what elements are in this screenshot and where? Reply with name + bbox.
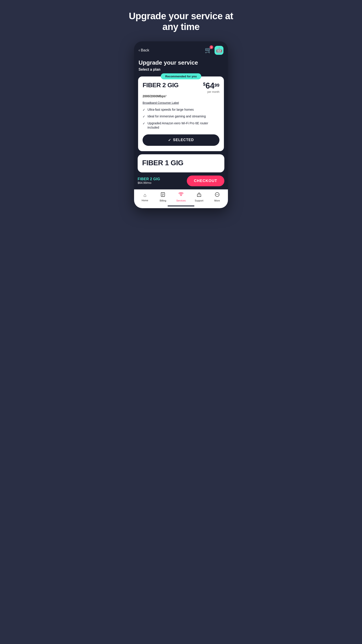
nav-label-billing: Billing bbox=[160, 199, 166, 202]
more-icon bbox=[215, 192, 220, 198]
nav-item-billing[interactable]: Billing bbox=[154, 192, 172, 202]
svg-point-8 bbox=[216, 194, 216, 195]
price-cents: 99 bbox=[215, 84, 219, 90]
phone-inner: ‹ Back 🛒 1 🤖 Upgrade your service Select… bbox=[134, 41, 228, 208]
checkout-button[interactable]: CHECKOUT bbox=[187, 176, 224, 186]
nav-label-more: More bbox=[214, 199, 220, 202]
home-icon: ⌂ bbox=[143, 192, 146, 198]
feature-text-1: Ideal for immersive gaming and streaming bbox=[147, 114, 206, 119]
check-icon-0: ✓ bbox=[143, 108, 145, 112]
home-indicator bbox=[134, 204, 228, 208]
recommended-badge: Recommended for you bbox=[161, 73, 201, 80]
svg-point-4 bbox=[180, 194, 182, 196]
plan-price-amount: $6499 bbox=[203, 82, 219, 90]
plan-speed: 2000/2000Mbps¹ bbox=[143, 94, 219, 98]
services-icon bbox=[179, 192, 183, 198]
feature-text-2: Upgraded Amazon eero Wi-Fi Pro 6E router… bbox=[147, 121, 219, 130]
checkout-plan-price: $64.99/mo bbox=[138, 181, 160, 184]
plan-name-fiber1gig: FIBER 1 GIG bbox=[142, 159, 220, 167]
selected-check-icon: ✓ bbox=[168, 138, 171, 142]
feature-text-0: Ultra-fast speeds for large homes bbox=[147, 108, 194, 112]
plan-name-fiber2gig: FIBER 2 GIG bbox=[143, 82, 179, 89]
home-bar bbox=[168, 206, 194, 206]
broadband-label-link[interactable]: Broadband Consumer Label bbox=[143, 101, 219, 104]
svg-rect-0 bbox=[161, 192, 165, 196]
nav-item-more[interactable]: More bbox=[208, 192, 226, 202]
select-plan-button[interactable]: ✓ SELECTED bbox=[143, 134, 219, 146]
bottom-nav: ⌂ Home Billing bbox=[134, 190, 228, 204]
plan-price: $6499 per month bbox=[203, 82, 219, 94]
plan-card-fiber1gig: FIBER 1 GIG bbox=[138, 154, 224, 172]
svg-point-9 bbox=[217, 194, 217, 195]
plans-container: Recommended for you FIBER 2 GIG $6499 pe… bbox=[134, 76, 228, 172]
page-wrapper: Upgrade your service at any time ‹ Back … bbox=[123, 0, 239, 217]
robot-icon: 🤖 bbox=[216, 48, 222, 53]
page-subtitle: Select a plan bbox=[139, 68, 223, 72]
svg-point-10 bbox=[218, 194, 218, 195]
plan-features: ✓ Ultra-fast speeds for large homes ✓ Id… bbox=[143, 108, 219, 130]
top-nav: ‹ Back 🛒 1 🤖 bbox=[134, 41, 228, 58]
nav-item-home[interactable]: ⌂ Home bbox=[136, 192, 154, 202]
nav-item-services[interactable]: Services bbox=[172, 192, 190, 202]
checkout-plan-info: FIBER 2 GIG $64.99/mo bbox=[138, 177, 160, 184]
nav-label-services: Services bbox=[176, 199, 186, 202]
dollar-sign: $ bbox=[203, 82, 206, 86]
cart-badge: 1 bbox=[210, 46, 213, 49]
cart-button[interactable]: 🛒 1 bbox=[205, 47, 212, 54]
plan-feature-1: ✓ Ideal for immersive gaming and streami… bbox=[143, 114, 219, 119]
page-title: Upgrade your service bbox=[139, 59, 223, 66]
plan-header: FIBER 2 GIG $6499 per month bbox=[143, 82, 219, 94]
back-button[interactable]: ‹ Back bbox=[139, 48, 149, 52]
plan-card-fiber2gig: Recommended for you FIBER 2 GIG $6499 pe… bbox=[138, 76, 224, 152]
hero-title: Upgrade your service at any time bbox=[127, 11, 235, 32]
back-label: Back bbox=[141, 48, 149, 52]
svg-point-5 bbox=[199, 194, 199, 195]
phone-mockup: ‹ Back 🛒 1 🤖 Upgrade your service Select… bbox=[134, 41, 228, 208]
select-btn-label: SELECTED bbox=[173, 138, 194, 142]
checkout-plan-name: FIBER 2 GIG bbox=[138, 177, 160, 181]
plan-feature-2: ✓ Upgraded Amazon eero Wi-Fi Pro 6E rout… bbox=[143, 121, 219, 130]
nav-label-support: Support bbox=[195, 199, 204, 202]
chevron-left-icon: ‹ bbox=[139, 48, 140, 52]
check-icon-1: ✓ bbox=[143, 114, 145, 119]
support-icon bbox=[197, 192, 202, 198]
check-icon-2: ✓ bbox=[143, 122, 145, 126]
checkout-bar: FIBER 2 GIG $64.99/mo CHECKOUT bbox=[134, 172, 228, 190]
avatar-button[interactable]: 🤖 bbox=[215, 46, 223, 55]
plan-price-period: per month bbox=[203, 90, 219, 94]
nav-label-home: Home bbox=[142, 199, 148, 202]
nav-item-support[interactable]: Support bbox=[190, 192, 208, 202]
nav-icons: 🛒 1 🤖 bbox=[205, 46, 223, 55]
plan-feature-0: ✓ Ultra-fast speeds for large homes bbox=[143, 108, 219, 112]
billing-icon bbox=[160, 192, 165, 198]
